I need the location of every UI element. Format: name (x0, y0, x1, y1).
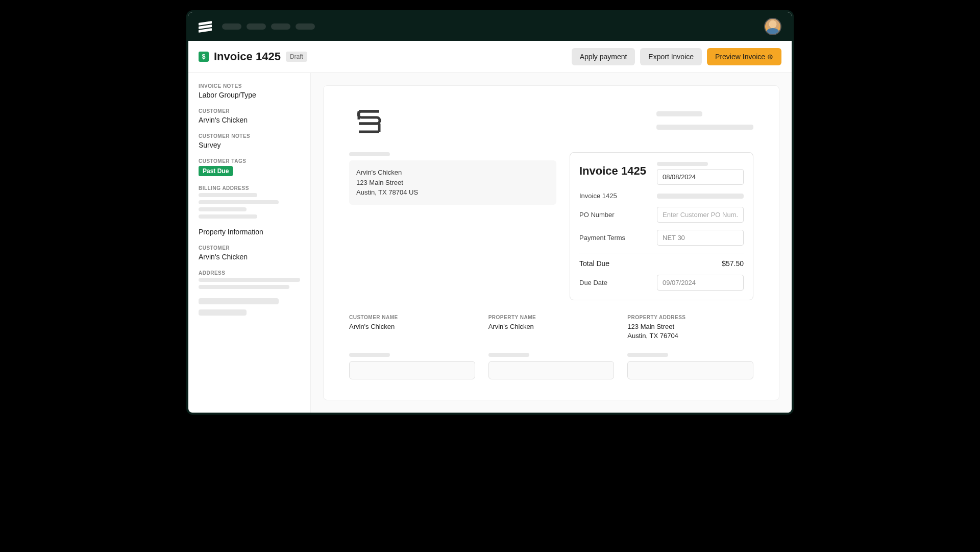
invoice-icon: $ (199, 52, 209, 62)
invoice-title-row: Invoice 1425 (579, 162, 744, 185)
skeleton-line (199, 285, 289, 289)
details-row: CUSTOMER NAME Arvin's Chicken PROPERTY N… (349, 315, 753, 341)
main: Arvin's Chicken 123 Main Street Austin, … (311, 73, 792, 413)
customer-tags-label: CUSTOMER TAGS (199, 158, 305, 164)
invoice-number-label: Invoice 1425 (579, 192, 617, 200)
skeleton-line (199, 200, 279, 204)
topbar-left (199, 20, 315, 33)
invoice-number-row: Invoice 1425 (579, 192, 744, 200)
po-number-label: PO Number (579, 211, 615, 219)
customer-name-label: CUSTOMER NAME (349, 315, 475, 320)
sidebar: INVOICE NOTES Labor Group/Type CUSTOMER … (188, 73, 311, 413)
company-logo-icon (349, 106, 389, 137)
divider (579, 253, 744, 253)
apply-payment-button[interactable]: Apply payment (572, 48, 635, 65)
bill-to-wrapper: Arvin's Chicken 123 Main Street Austin, … (349, 152, 556, 205)
page-title: Invoice 1425 (214, 50, 281, 63)
prop-customer-label: CUSTOMER (199, 245, 305, 251)
property-address-col: PROPERTY ADDRESS 123 Main Street Austin,… (627, 315, 753, 341)
skeleton-line (199, 193, 257, 197)
skeleton-line (349, 353, 390, 357)
nav-pill[interactable] (222, 23, 241, 30)
item-col (488, 353, 615, 379)
skeleton-line (199, 278, 300, 282)
page-header: $ Invoice 1425 Draft Apply payment Expor… (188, 41, 792, 73)
invoice-notes-value: Labor Group/Type (199, 91, 305, 99)
billing-address-label: BILLING ADDRESS (199, 185, 305, 191)
property-name-label: PROPERTY NAME (488, 315, 615, 320)
payment-terms-input[interactable] (657, 230, 744, 246)
items-row (349, 353, 753, 379)
property-address-value: 123 Main Street Austin, TX 76704 (627, 322, 753, 341)
skeleton-line (199, 214, 257, 219)
property-info-heading: Property Information (199, 228, 305, 236)
nav-pills (222, 23, 315, 30)
payment-terms-row: Payment Terms (579, 230, 744, 246)
skeleton-line (199, 309, 247, 316)
skeleton-line (349, 152, 390, 156)
skeleton-line (199, 298, 279, 304)
total-due-label: Total Due (579, 259, 609, 268)
bill-to-street: 123 Main Street (356, 178, 549, 188)
past-due-tag: Past Due (199, 166, 233, 176)
preview-invoice-button[interactable]: Preview Invoice ⊕ (707, 48, 781, 65)
po-number-input[interactable] (657, 207, 744, 223)
customer-label: CUSTOMER (199, 108, 305, 114)
skeleton-line (488, 353, 529, 357)
nav-pill[interactable] (247, 23, 266, 30)
invoice-notes-label: INVOICE NOTES (199, 83, 305, 89)
item-col (349, 353, 475, 379)
customer-name-col: CUSTOMER NAME Arvin's Chicken (349, 315, 475, 341)
avatar[interactable] (764, 18, 781, 35)
bill-to-city: Austin, TX 78704 US (356, 187, 549, 198)
total-due-value: $57.50 (722, 259, 744, 268)
header-left: $ Invoice 1425 Draft (199, 50, 307, 63)
customer-value: Arvin's Chicken (199, 116, 305, 124)
skeleton-line (656, 111, 702, 116)
skeleton-line (199, 207, 247, 211)
nav-pill[interactable] (271, 23, 290, 30)
due-date-row: Due Date (579, 275, 744, 291)
skeleton-line (627, 353, 668, 357)
nav-pill[interactable] (296, 23, 315, 30)
customer-notes-value: Survey (199, 141, 305, 149)
address-label: ADDRESS (199, 270, 305, 276)
item-input[interactable] (349, 361, 475, 379)
header-actions: Apply payment Export Invoice Preview Inv… (572, 48, 781, 65)
topbar (188, 12, 792, 41)
app-logo-icon[interactable] (199, 20, 212, 33)
bill-to-label (349, 152, 556, 156)
skeleton-line (657, 194, 744, 199)
skeleton-line (656, 125, 753, 130)
date-col (657, 162, 744, 185)
po-number-row: PO Number (579, 207, 744, 223)
customer-notes-label: CUSTOMER NOTES (199, 133, 305, 139)
property-address-label: PROPERTY ADDRESS (627, 315, 753, 320)
property-address-line2: Austin, TX 76704 (627, 331, 753, 341)
customer-name-value: Arvin's Chicken (349, 322, 475, 331)
item-col (627, 353, 753, 379)
due-date-label: Due Date (579, 279, 607, 286)
bill-to-box[interactable]: Arvin's Chicken 123 Main Street Austin, … (349, 160, 556, 205)
export-invoice-button[interactable]: Export Invoice (640, 48, 702, 65)
prop-customer-value: Arvin's Chicken (199, 253, 305, 261)
total-due-row: Total Due $57.50 (579, 259, 744, 268)
item-input[interactable] (488, 361, 615, 379)
bill-to-name: Arvin's Chicken (356, 167, 549, 178)
invoice-top (349, 106, 753, 137)
status-badge: Draft (286, 52, 307, 62)
invoice-mid: Arvin's Chicken 123 Main Street Austin, … (349, 152, 753, 300)
property-name-value: Arvin's Chicken (488, 322, 615, 331)
invoice-box-title: Invoice 1425 (579, 164, 646, 178)
invoice-date-input[interactable] (657, 169, 744, 185)
invoice-card: Arvin's Chicken 123 Main Street Austin, … (323, 85, 779, 400)
content: INVOICE NOTES Labor Group/Type CUSTOMER … (188, 73, 792, 413)
property-name-col: PROPERTY NAME Arvin's Chicken (488, 315, 615, 341)
due-date-input[interactable] (657, 275, 744, 291)
invoice-summary-box: Invoice 1425 Invoice 1425 PO Number (570, 152, 753, 300)
skeleton-line (657, 162, 708, 166)
invoice-header-skeleton (656, 106, 753, 137)
item-input[interactable] (627, 361, 753, 379)
payment-terms-label: Payment Terms (579, 234, 625, 242)
app-window: $ Invoice 1425 Draft Apply payment Expor… (186, 10, 794, 415)
